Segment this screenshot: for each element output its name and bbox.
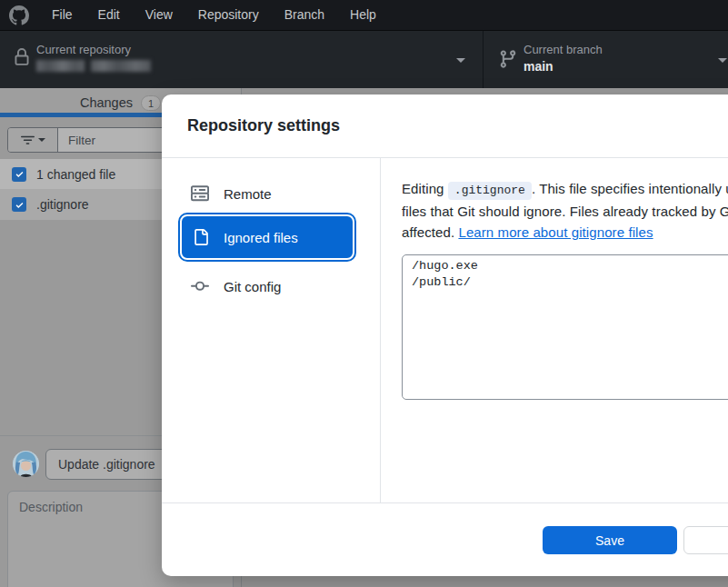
menu-edit[interactable]: Edit — [85, 0, 133, 30]
chevron-down-icon — [718, 58, 727, 63]
current-branch-name: main — [524, 59, 553, 74]
gitignore-description: Editing .gitignore. This file specifies … — [402, 178, 728, 243]
current-repository-label: Current repository — [36, 43, 131, 56]
chevron-down-icon — [456, 58, 465, 63]
nav-ignored-files-label: Ignored files — [224, 230, 298, 245]
select-all-checkbox[interactable] — [12, 167, 26, 182]
menu-view[interactable]: View — [133, 0, 185, 30]
nav-item-git-config[interactable]: Git config — [178, 271, 356, 302]
dialog-title: Repository settings — [187, 116, 340, 135]
dialog-footer: Save — [162, 503, 728, 576]
description-placeholder: Description — [19, 500, 83, 514]
file-checkbox[interactable] — [12, 197, 26, 212]
repository-name-redacted — [36, 60, 151, 73]
ignored-files-panel: Editing .gitignore. This file specifies … — [381, 158, 728, 502]
nav-item-ignored-files[interactable]: Ignored files — [180, 214, 354, 260]
toolbar: Current repository Current branch main — [0, 30, 728, 88]
server-icon — [191, 184, 209, 203]
nav-git-config-label: Git config — [224, 279, 281, 294]
current-repository-dropdown[interactable]: Current repository — [0, 31, 483, 88]
funnel-icon — [21, 134, 35, 147]
nav-item-remote[interactable]: Remote — [178, 178, 356, 209]
github-desktop-window: File Edit View Repository Branch Help Cu… — [0, 0, 728, 587]
settings-nav: Remote Ignored files Git config — [162, 158, 381, 502]
changes-count-badge: 1 — [141, 95, 161, 111]
filter-options-button[interactable] — [8, 128, 58, 152]
menu-bar: File Edit View Repository Branch Help — [0, 0, 728, 30]
changed-files-count: 1 changed file — [36, 167, 115, 182]
gitignore-content-textarea[interactable]: /hugo.exe /public/ — [402, 254, 728, 400]
commit-summary-value: Update .gitignore — [58, 457, 155, 472]
gitignore-file-chip: .gitignore — [448, 182, 532, 200]
file-name: .gitignore — [36, 197, 89, 212]
cancel-button[interactable] — [683, 526, 728, 554]
chevron-down-icon — [38, 138, 45, 142]
save-button[interactable]: Save — [543, 526, 677, 554]
dialog-header: Repository settings — [162, 95, 728, 157]
lock-icon — [13, 48, 31, 70]
menu-repository[interactable]: Repository — [185, 0, 272, 30]
filter-placeholder: Filter — [68, 134, 95, 147]
tab-changes-label: Changes — [80, 95, 133, 110]
commit-icon — [191, 277, 209, 295]
gitignore-learn-more-link[interactable]: Learn more about gitignore files — [458, 224, 653, 240]
avatar — [13, 451, 39, 477]
current-branch-label: Current branch — [524, 43, 603, 56]
git-branch-icon — [498, 49, 518, 73]
menu-help[interactable]: Help — [337, 0, 389, 30]
nav-remote-label: Remote — [224, 186, 272, 202]
file-icon — [193, 229, 209, 245]
github-logo-icon — [9, 5, 29, 25]
menu-branch[interactable]: Branch — [272, 0, 337, 30]
menu-file[interactable]: File — [39, 0, 85, 30]
current-branch-dropdown[interactable]: Current branch main — [484, 31, 728, 88]
repository-settings-dialog: Repository settings Remote Ignored files — [162, 95, 728, 576]
